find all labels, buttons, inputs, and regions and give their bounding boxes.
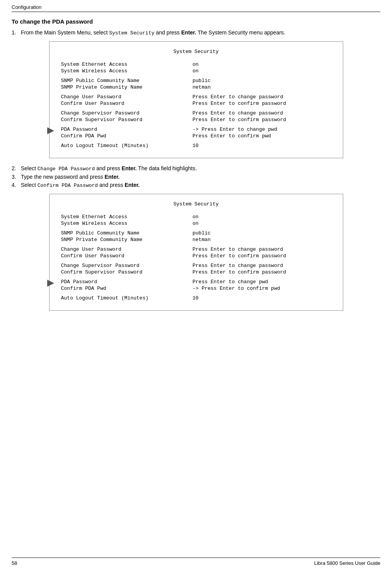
step-1-num: 1.	[12, 29, 16, 36]
step-3: 3. Type the new password and press Enter…	[12, 174, 380, 180]
screen2-value-2: public	[193, 230, 211, 236]
screen2-row-6: Change Supervisor Password Press Enter t…	[61, 263, 331, 269]
step-2-code: Change PDA Password	[38, 166, 95, 172]
screen1-label-9: Confirm PDA Pwd	[61, 133, 193, 139]
screen2-value-5: Press Enter to confirm password	[193, 253, 286, 259]
screen2-label-1: System Wireless Access	[61, 221, 193, 226]
screen2-row-1: System Wireless Access on	[61, 221, 331, 226]
screen1-value-4: Press Enter to change password	[193, 94, 283, 100]
steps-middle: 2. Select Change PDA Password and press …	[12, 165, 380, 188]
screen2-label-2: SNMP Public Community Name	[61, 230, 193, 236]
screen1-row-9: Confirm PDA Pwd Press Enter to confirm p…	[61, 133, 331, 139]
screen1-title: System Security	[61, 49, 331, 55]
step-2-text: Select Change PDA Password and press Ent…	[21, 165, 197, 171]
arrow-indicator-1	[47, 127, 54, 136]
screen1-value-1: on	[193, 68, 199, 74]
screen2-row-8-pda: PDA Password Press Enter to change pwd	[61, 279, 331, 285]
screen2-value-6: Press Enter to change password	[193, 263, 283, 269]
screen2-box: System Security System Ethernet Access o…	[49, 194, 343, 311]
step-1: 1. From the Main System Menu, select Sys…	[12, 29, 380, 36]
screen1-value-10: 10	[193, 143, 199, 149]
footer-page-number: 58	[12, 560, 17, 566]
screen2-label-5: Confirm User Password	[61, 253, 193, 259]
step-2-num: 2.	[12, 165, 16, 171]
screen1-label-5: Confirm User Password	[61, 101, 193, 106]
screen2-label-6: Change Supervisor Password	[61, 263, 193, 269]
screen1-row-4: Change User Password Press Enter to chan…	[61, 94, 331, 100]
screen1-label-4: Change User Password	[61, 94, 193, 100]
screen1-row-10: Auto Logout Timeout (Minutes) 10	[61, 143, 331, 149]
screen2-row-10: Auto Logout Timeout (Minutes) 10	[61, 295, 331, 301]
screen1-value-5: Press Enter to confirm password	[193, 101, 286, 106]
screen1-row-3: SNMP Private Community Name netman	[61, 84, 331, 90]
screen2-value-8: Press Enter to change pwd	[193, 279, 268, 285]
screen1-row-1: System Wireless Access on	[61, 68, 331, 74]
step-2: 2. Select Change PDA Password and press …	[12, 165, 380, 172]
step-3-bold: Enter.	[104, 174, 120, 180]
screen1-box: System Security System Ethernet Access o…	[49, 41, 343, 158]
screen2-row-0: System Ethernet Access on	[61, 214, 331, 220]
screen2-row-5: Confirm User Password Press Enter to con…	[61, 253, 331, 259]
screen2-value-4: Press Enter to change password	[193, 246, 283, 252]
step-4-bold: Enter.	[125, 182, 140, 188]
screen1-label-6: Change Supervisor Password	[61, 110, 193, 116]
step-4: 4. Select Confirm PDA Password and press…	[12, 182, 380, 188]
screen2-row-9: Confirm PDA Pwd -> Press Enter to confir…	[61, 286, 331, 291]
screen2-row-7: Confirm Supervisor Password Press Enter …	[61, 269, 331, 275]
screen1-row-7: Confirm Supervisor Password Press Enter …	[61, 117, 331, 123]
screen2-label-0: System Ethernet Access	[61, 214, 193, 220]
header-title: Configuration	[12, 4, 41, 10]
step-1-text: From the Main System Menu, select System…	[21, 29, 285, 36]
screen1-label-10: Auto Logout Timeout (Minutes)	[61, 143, 193, 149]
screen1-label-3: SNMP Private Community Name	[61, 84, 193, 90]
screen2-label-9: Confirm PDA Pwd	[61, 286, 193, 291]
step-1-bold: Enter.	[181, 29, 196, 36]
step-1-code: System Security	[109, 30, 154, 36]
screen1-label-0: System Ethernet Access	[61, 62, 193, 67]
screen1-value-7: Press Enter to confirm password	[193, 117, 286, 123]
section-heading: To change the PDA password	[12, 18, 380, 25]
screen1-label-1: System Wireless Access	[61, 68, 193, 74]
screen2-row-3: SNMP Private Community Name netman	[61, 237, 331, 243]
screen2-label-7: Confirm Supervisor Password	[61, 269, 193, 275]
step-3-text: Type the new password and press Enter.	[21, 174, 120, 180]
screen1-row-5: Confirm User Password Press Enter to con…	[61, 101, 331, 106]
screen1-value-6: Press Enter to change password	[193, 110, 283, 116]
screen2-title: System Security	[61, 201, 331, 207]
screen2-value-1: on	[193, 221, 199, 226]
screen2-label-8: PDA Password	[61, 279, 193, 285]
step-4-code: Confirm PDA Password	[38, 183, 98, 188]
screen1-value-9: Press Enter to confirm pwd	[193, 133, 271, 139]
screen2-label-10: Auto Logout Timeout (Minutes)	[61, 295, 193, 301]
screen1-row-8-pda: PDA Password -> Press Enter to change pw…	[61, 127, 331, 132]
screen1-value-0: on	[193, 62, 199, 67]
screen1-row-0: System Ethernet Access on	[61, 62, 331, 67]
screen1-label-2: SNMP Public Community Name	[61, 78, 193, 84]
arrow-shape-1	[47, 127, 54, 134]
screen2-label-4: Change User Password	[61, 246, 193, 252]
screen2-value-3: netman	[193, 237, 211, 243]
header-bar: Configuration	[12, 4, 380, 12]
footer-bar: 58 Libra 5800 Series User Guide	[12, 558, 380, 566]
screen1-label-8: PDA Password	[61, 127, 193, 132]
screen2-label-3: SNMP Private Community Name	[61, 237, 193, 243]
footer-book-title: Libra 5800 Series User Guide	[314, 560, 380, 566]
arrow-indicator-2	[47, 280, 54, 288]
step-4-text: Select Confirm PDA Password and press En…	[21, 182, 140, 188]
screen1-label-7: Confirm Supervisor Password	[61, 117, 193, 123]
screen2-row-2: SNMP Public Community Name public	[61, 230, 331, 236]
screen1-value-8: -> Press Enter to change pwd	[193, 127, 277, 132]
screen1-value-3: netman	[193, 84, 211, 90]
screen2-row-4: Change User Password Press Enter to chan…	[61, 246, 331, 252]
screen1-row-2: SNMP Public Community Name public	[61, 78, 331, 84]
screen2-value-10: 10	[193, 295, 199, 301]
arrow-shape-2	[47, 280, 54, 287]
screen2-value-0: on	[193, 214, 199, 220]
screen1-row-6: Change Supervisor Password Press Enter t…	[61, 110, 331, 116]
step-3-num: 3.	[12, 174, 16, 180]
screen1-value-2: public	[193, 78, 211, 84]
step-2-bold: Enter.	[122, 165, 137, 171]
screen2-value-7: Press Enter to confirm password	[193, 269, 286, 275]
steps-before-screen1: 1. From the Main System Menu, select Sys…	[12, 29, 380, 36]
screen2-value-9: -> Press Enter to confirm pwd	[193, 286, 280, 291]
